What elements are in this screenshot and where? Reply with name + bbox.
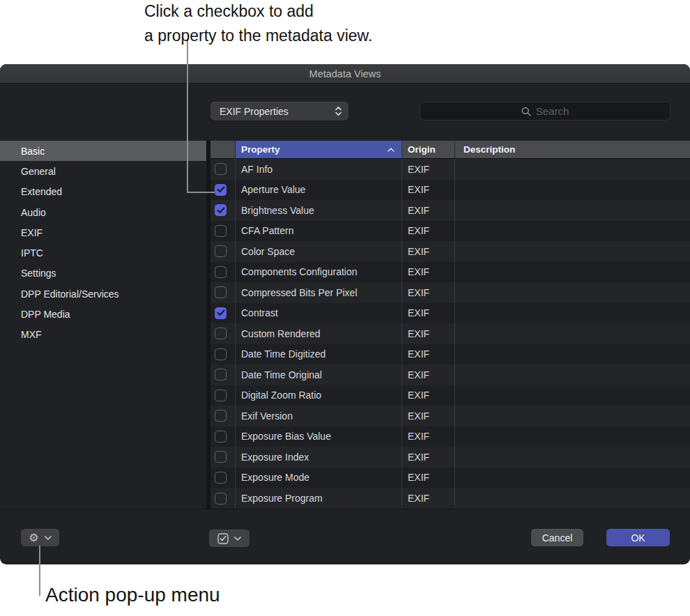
table-row[interactable]: Exposure Bias Value EXIF: [210, 426, 690, 447]
column-header-description[interactable]: Description: [455, 141, 690, 158]
origin-cell: EXIF: [408, 184, 429, 195]
annotation-top-text: Click a checkbox to add a property to th…: [144, 0, 372, 48]
table-header: Property Origin Description: [210, 141, 690, 159]
property-cell: Custom Rendered: [241, 328, 321, 339]
row-checkbox[interactable]: [215, 163, 227, 175]
annotation-connector-top-vertical: [187, 39, 188, 192]
dialog-content: Basic General Extended Audio EXIF IPTC S…: [0, 141, 690, 509]
sidebar-item-dpp-media[interactable]: DPP Media: [0, 304, 206, 324]
table-row[interactable]: Components Configuration EXIF: [210, 262, 690, 283]
property-cell: Exif Version: [241, 410, 293, 422]
checkmark-icon: [217, 309, 225, 316]
origin-cell: EXIF: [408, 369, 429, 380]
column-header-property[interactable]: Property: [236, 141, 402, 158]
chevron-up-down-icon: [335, 106, 342, 116]
search-placeholder: Search: [536, 105, 569, 117]
search-input[interactable]: Search: [420, 102, 670, 121]
row-checkbox[interactable]: [215, 286, 227, 298]
row-checkbox[interactable]: [215, 266, 227, 278]
table-row[interactable]: Aperture Value EXIF: [210, 180, 690, 201]
cancel-button-label: Cancel: [542, 532, 573, 544]
sidebar-item-label: MXF: [21, 329, 42, 340]
sidebar-item-extended[interactable]: Extended: [0, 182, 206, 202]
checkmark-icon: [217, 207, 225, 214]
gear-icon: ⚙: [29, 532, 38, 544]
table-row[interactable]: Compressed Bits Per Pixel EXIF: [210, 282, 690, 303]
sidebar-item-dpp-editorial-services[interactable]: DPP Editorial/Services: [0, 284, 206, 304]
row-checkbox[interactable]: [215, 390, 227, 401]
origin-cell: EXIF: [408, 390, 429, 401]
metadata-views-dialog: Metadata Views EXIF Properties Search Ba…: [0, 64, 690, 564]
table-row[interactable]: Brightness Value EXIF: [210, 200, 690, 221]
table-row[interactable]: Exposure Index EXIF: [210, 447, 690, 468]
property-table: Property Origin Description: [210, 141, 690, 509]
row-checkbox[interactable]: [215, 369, 227, 380]
sidebar-item-mxf[interactable]: MXF: [0, 325, 206, 345]
row-checkbox[interactable]: [215, 307, 227, 319]
property-cell: Exposure Mode: [241, 472, 309, 483]
cancel-button[interactable]: Cancel: [531, 529, 583, 546]
row-checkbox[interactable]: [215, 431, 227, 442]
row-checkbox[interactable]: [215, 204, 227, 216]
sidebar-item-general[interactable]: General: [0, 161, 206, 181]
row-checkbox[interactable]: [215, 451, 227, 463]
table-row[interactable]: Date Time Digitized EXIF: [210, 344, 690, 365]
property-cell: CFA Pattern: [241, 225, 293, 236]
row-checkbox[interactable]: [215, 410, 227, 422]
sidebar-item-iptc[interactable]: IPTC: [0, 242, 206, 263]
row-checkbox[interactable]: [215, 493, 227, 505]
column-header-origin-label: Origin: [408, 144, 436, 155]
metadata-view-popup[interactable]: EXIF Properties: [210, 102, 348, 121]
sidebar: Basic General Extended Audio EXIF IPTC S…: [0, 141, 206, 509]
table-row[interactable]: Exposure Mode EXIF: [210, 468, 690, 488]
column-header-checkbox[interactable]: [210, 141, 236, 158]
annotation-bottom-text: Action pop-up menu: [45, 584, 220, 606]
row-checkbox[interactable]: [215, 348, 227, 360]
table-row[interactable]: Contrast EXIF: [210, 303, 690, 324]
table-row[interactable]: Exposure Program EXIF: [210, 488, 690, 509]
annotation-connector-top-horizontal: [187, 192, 215, 193]
sidebar-item-basic[interactable]: Basic: [0, 141, 206, 161]
table-row[interactable]: CFA Pattern EXIF: [210, 221, 690, 242]
column-header-origin[interactable]: Origin: [402, 141, 455, 158]
property-cell: Digital Zoom Ratio: [241, 390, 321, 401]
table-row[interactable]: Date Time Original EXIF: [210, 364, 690, 385]
property-cell: Brightness Value: [241, 205, 314, 216]
row-checkbox[interactable]: [215, 472, 227, 484]
checkbox-popup-button[interactable]: [209, 530, 250, 547]
property-cell: Components Configuration: [241, 266, 358, 277]
row-checkbox[interactable]: [215, 184, 227, 196]
property-cell: Color Space: [241, 246, 295, 257]
table-row[interactable]: Custom Rendered EXIF: [210, 323, 690, 344]
origin-cell: EXIF: [408, 164, 429, 175]
row-checkbox[interactable]: [215, 225, 227, 237]
row-checkbox[interactable]: [215, 245, 227, 257]
metadata-view-popup-value: EXIF Properties: [220, 106, 335, 117]
sidebar-item-label: DPP Editorial/Services: [21, 288, 119, 300]
property-cell: Aperture Value: [241, 184, 305, 195]
sidebar-item-label: IPTC: [21, 247, 43, 259]
search-icon: [521, 107, 531, 116]
annotation-top-line2: a property to the metadata view.: [144, 24, 372, 48]
table-row[interactable]: Digital Zoom Ratio EXIF: [210, 385, 690, 406]
origin-cell: EXIF: [408, 205, 429, 216]
titlebar[interactable]: Metadata Views: [0, 64, 690, 84]
row-checkbox[interactable]: [215, 328, 227, 339]
column-header-description-label: Description: [463, 144, 515, 155]
table-row[interactable]: Exif Version EXIF: [210, 406, 690, 426]
sidebar-item-label: Extended: [21, 186, 62, 197]
sort-ascending-icon: [388, 148, 394, 152]
sidebar-item-settings[interactable]: Settings: [0, 263, 206, 284]
ok-button[interactable]: OK: [606, 529, 670, 546]
origin-cell: EXIF: [408, 225, 429, 236]
sidebar-item-exif[interactable]: EXIF: [0, 222, 206, 242]
origin-cell: EXIF: [408, 493, 429, 504]
table-row[interactable]: Color Space EXIF: [210, 241, 690, 262]
action-popup-button[interactable]: ⚙: [21, 529, 59, 546]
table-body: AF Info EXIF Aperture Value EXIF Brightn…: [210, 159, 690, 509]
sidebar-item-audio[interactable]: Audio: [0, 202, 206, 222]
origin-cell: EXIF: [408, 328, 429, 339]
ok-button-label: OK: [631, 532, 645, 544]
property-cell: Date Time Original: [241, 369, 322, 380]
table-row[interactable]: AF Info EXIF: [210, 159, 690, 180]
